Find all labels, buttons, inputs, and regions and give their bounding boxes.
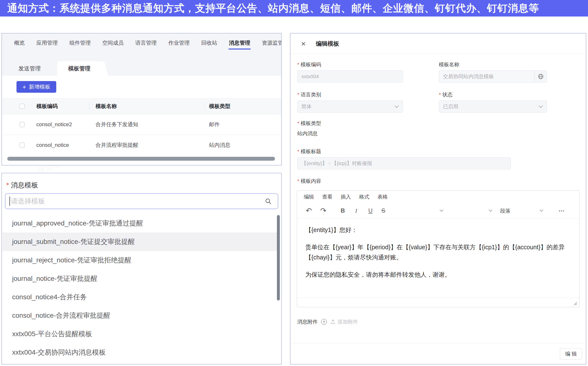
tab-strip: 概览 应用管理 组件管理 空间成员 语言管理 作业管理 回收站 消息管理 资源监… [2, 33, 281, 76]
text-caret [9, 197, 10, 206]
vertical-scrollbar[interactable] [277, 215, 280, 300]
column-header-name: 模板名称 [96, 99, 117, 114]
globe-button[interactable] [534, 71, 547, 82]
label-template-code: * 模板编码 [297, 61, 321, 68]
undo-icon[interactable]: ↶ [306, 207, 312, 214]
required-mark: * [6, 181, 9, 189]
content-paragraph: 贵单位在【{year}】年【{period}】在【{value}】下存在与关联方… [305, 242, 571, 263]
cell-name: 合并任务下发通知 [96, 114, 138, 135]
tab-resource-monitor[interactable]: 资源监管 [262, 39, 281, 47]
template-code-input[interactable]: xxtx004 [297, 70, 403, 83]
option-xxtx005[interactable]: xxtx005-平台公告提醒模板 [2, 325, 277, 343]
menu-format[interactable]: 格式 [359, 193, 369, 200]
close-icon[interactable]: × [301, 40, 306, 48]
tab-component-mgmt[interactable]: 组件管理 [69, 39, 91, 47]
tab-job-mgmt[interactable]: 作业管理 [168, 39, 190, 47]
help-icon[interactable]: ? [321, 319, 327, 325]
menu-table[interactable]: 表格 [378, 193, 388, 200]
option-consol-notice[interactable]: consol_notice-合并流程审批提醒 [2, 306, 277, 325]
table-header: 模板编码 模板名称 模板类型 [2, 98, 281, 114]
more-tools-icon[interactable]: ••• [559, 209, 565, 213]
tab-space-members[interactable]: 空间成员 [102, 39, 124, 47]
add-template-label: 新增模板 [29, 83, 50, 91]
option-journal-reject[interactable]: journal_reject_notice-凭证审批拒绝提醒 [2, 251, 277, 269]
tab-app-mgmt[interactable]: 应用管理 [36, 39, 58, 47]
required-mark: * [297, 120, 299, 126]
attachment-label: 消息附件 [297, 318, 318, 325]
required-mark: * [297, 62, 299, 67]
template-search-input[interactable]: 请选择模板 [5, 193, 278, 209]
chevron-down-icon[interactable] [489, 209, 492, 212]
label-language: * 语言类别 [297, 91, 321, 98]
add-attachment-button[interactable]: 添加附件 [330, 318, 358, 325]
main-tab-bar: 概览 应用管理 组件管理 空间成员 语言管理 作业管理 回收站 消息管理 资源监… [2, 33, 281, 52]
status-select[interactable]: 已启用 [439, 100, 547, 113]
chevron-down-icon[interactable] [540, 209, 543, 212]
cell-type: 站内消息 [209, 135, 230, 155]
subtab-template-mgmt[interactable]: 模板管理 [57, 61, 101, 76]
language-select[interactable]: 简体 [297, 100, 403, 113]
editor-menubar: 编辑 查看 插入 格式 表格 [297, 191, 579, 203]
editor-toolbar: ↶ ↷ B I U S 段落 ••• [297, 203, 579, 218]
label-text: 语言类别 [301, 91, 321, 98]
required-mark: * [439, 92, 441, 98]
subtab-send-mgmt[interactable]: 发送管理 [2, 61, 57, 76]
resize-handle-icon[interactable] [572, 301, 577, 306]
add-template-button[interactable]: + 新增模板 [16, 81, 56, 93]
edit-template-panel: × 编辑模板 * 模板编码 模板名称 xxtx004 交易协同站内消息模板 * … [290, 33, 586, 365]
add-attachment-label: 添加附件 [338, 318, 358, 325]
option-consol-notice4[interactable]: consol_notice4-合并任务 [2, 288, 277, 306]
edit-button-label: 编 辑 [565, 350, 577, 357]
row-checkbox[interactable] [19, 122, 25, 127]
chevron-down-icon [395, 105, 399, 108]
required-mark: * [297, 178, 299, 184]
tab-recycle-bin[interactable]: 回收站 [201, 39, 217, 47]
redo-icon[interactable]: ↷ [320, 207, 326, 214]
edit-template-header: × 编辑模板 [290, 33, 586, 54]
menu-edit[interactable]: 编辑 [304, 193, 314, 200]
column-divider [89, 103, 89, 110]
menu-view[interactable]: 查看 [322, 193, 332, 200]
template-subject-input[interactable]: 【{entity}】 - 【{icp}】对账催报 [297, 157, 511, 169]
rich-text-editor: 编辑 查看 插入 格式 表格 ↶ ↷ B I U S 段落 ••• [297, 190, 580, 307]
paragraph-style-dropdown[interactable]: 段落 [500, 208, 510, 213]
picker-label: 消息模板 [11, 181, 38, 190]
column-header-type: 模板类型 [209, 99, 230, 114]
search-placeholder: 请选择模板 [11, 197, 265, 206]
italic-button[interactable]: I [355, 208, 357, 214]
chevron-down-icon[interactable] [440, 209, 443, 212]
column-header-code: 模板编码 [36, 99, 58, 114]
plus-icon: + [22, 84, 26, 90]
row-checkbox[interactable] [19, 142, 25, 148]
option-journal-notice[interactable]: journal_notice-凭证审批提醒 [2, 269, 277, 288]
template-name-input[interactable]: 交易协同站内消息模板 [439, 70, 547, 83]
edit-button[interactable]: 编 辑 [560, 348, 582, 359]
option-xxtx004[interactable]: xxtx004-交易协同站内消息模板 [2, 343, 277, 362]
template-type-value: 站内消息 [297, 130, 318, 137]
select-all-checkbox[interactable] [19, 104, 25, 109]
label-template-subject: * 模板标题 [297, 148, 321, 155]
editor-content-area[interactable]: 【{entity1}】您好： 贵单位在【{year}】年【{period}】在【… [297, 218, 579, 297]
table-row[interactable]: consol_notice2 合并任务下发通知 邮件 [2, 114, 281, 135]
label-text: 模板标题 [301, 148, 321, 155]
picker-label-row: * 消息模板 [6, 181, 38, 190]
language-value: 简体 [301, 103, 312, 110]
tab-language-mgmt[interactable]: 语言管理 [135, 39, 157, 47]
help-glyph: ? [323, 320, 325, 324]
cell-code: consol_notice2 [36, 114, 72, 135]
horizontal-scrollbar[interactable] [7, 157, 275, 161]
upload-icon [330, 319, 336, 324]
label-template-type: * 模板类型 [297, 120, 321, 127]
underline-button[interactable]: U [368, 208, 372, 214]
template-name-value: 交易协同站内消息模板 [439, 73, 534, 80]
tab-overview[interactable]: 概览 [14, 39, 25, 47]
option-journal-approved[interactable]: journal_approved_notice-凭证审批通过提醒 [2, 214, 277, 233]
tab-message-mgmt[interactable]: 消息管理 [229, 39, 250, 47]
option-journal-submit[interactable]: journal_submit_notice-凭证提交审批提醒 [2, 233, 277, 251]
content-paragraph: 【{entity1}】您好： [305, 225, 571, 235]
bold-button[interactable]: B [341, 208, 345, 214]
menu-insert[interactable]: 插入 [341, 193, 351, 200]
label-text: 模板编码 [301, 61, 321, 68]
template-code-value: xxtx004 [301, 74, 319, 79]
strikethrough-button[interactable]: S [381, 208, 385, 214]
